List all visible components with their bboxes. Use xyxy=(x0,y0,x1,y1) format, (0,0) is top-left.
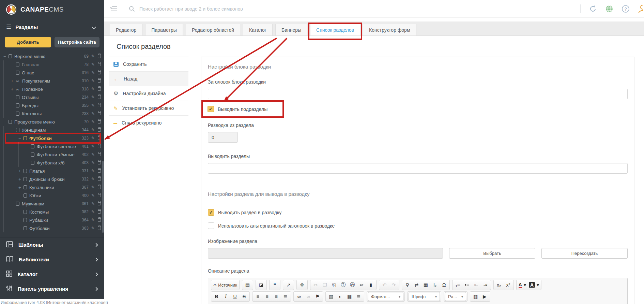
align-right-icon[interactable]: ≡ xyxy=(272,292,280,301)
clipboard-icon[interactable]: ▮ xyxy=(367,281,375,289)
edit-icon[interactable]: ✎ xyxy=(91,169,95,173)
tab-список-разделов[interactable]: Список разделов xyxy=(310,24,360,35)
sections-input[interactable] xyxy=(208,163,628,174)
paste-edit-icon[interactable]: ✑ xyxy=(357,281,366,289)
choose-button[interactable]: Выбрать xyxy=(449,248,535,259)
sidebar-section-header[interactable]: ☰ Разделы xyxy=(0,19,104,35)
trash-icon[interactable] xyxy=(98,63,101,66)
collapse-icon[interactable]: − xyxy=(18,136,24,141)
anchor-icon[interactable]: ⚑ xyxy=(313,292,322,301)
edit-icon[interactable]: ✎ xyxy=(91,103,95,108)
expand-icon[interactable]: + xyxy=(11,87,16,92)
menu-item-сохранить[interactable]: Сохранить xyxy=(109,57,188,72)
sidebar-item-панель-управления[interactable]: Панель управления xyxy=(0,281,104,296)
subsections-checkbox[interactable]: ✓ xyxy=(208,106,214,112)
chevron-right-icon[interactable] xyxy=(94,258,98,261)
tree-item[interactable]: Бренды355✎ xyxy=(0,101,104,110)
edit-icon[interactable]: ✎ xyxy=(91,136,95,141)
trash-icon[interactable] xyxy=(98,79,101,83)
sidebar-item-шаблоны[interactable]: Шаблоны xyxy=(0,237,104,252)
trash-icon[interactable] xyxy=(98,194,101,197)
table-icon[interactable]: ▦ xyxy=(345,292,354,301)
trash-icon[interactable] xyxy=(98,145,101,148)
edit-icon[interactable]: ✎ xyxy=(91,144,95,149)
chevron-right-icon[interactable] xyxy=(94,272,98,276)
edit-icon[interactable]: ✎ xyxy=(91,226,95,231)
flash-icon[interactable]: ◐ xyxy=(336,292,344,301)
underline-icon[interactable]: U xyxy=(231,292,239,301)
font-dropdown[interactable]: Шрифт▾ xyxy=(409,292,440,301)
edit-icon[interactable]: ✎ xyxy=(91,87,95,91)
trash-icon[interactable] xyxy=(98,55,101,58)
paste-word-icon[interactable]: Ⓦ xyxy=(348,281,357,289)
subscript-icon[interactable]: x₂ xyxy=(495,281,503,289)
expand-icon[interactable]: + xyxy=(11,78,16,84)
select-all-icon[interactable]: ▦ xyxy=(421,281,430,289)
edit-icon[interactable]: ✎ xyxy=(91,54,95,59)
tree-item[interactable]: Футболки363✎ xyxy=(0,224,104,232)
film-icon[interactable]: ▥ xyxy=(471,292,480,301)
edit-icon[interactable]: ✎ xyxy=(91,128,95,132)
hr-icon[interactable]: ≣ xyxy=(354,292,363,301)
trash-icon[interactable] xyxy=(98,120,101,124)
trash-icon[interactable] xyxy=(98,227,101,230)
tree-item[interactable]: +∞Покупателям310✎ xyxy=(0,77,104,85)
user-icon[interactable] xyxy=(638,4,643,13)
numbered-list-icon[interactable]: ₁≡ xyxy=(454,281,462,289)
open-window-icon[interactable]: ↗ xyxy=(284,281,293,289)
collapse-icon[interactable]: − xyxy=(11,201,16,206)
trash-icon[interactable] xyxy=(98,210,101,214)
search-input[interactable] xyxy=(139,6,303,12)
expand-icon[interactable]: + xyxy=(18,185,24,190)
tree-item[interactable]: Отзывы234✎ xyxy=(0,93,104,101)
link-icon[interactable]: ∞ xyxy=(295,292,303,301)
menu-item-настройки-дизайна[interactable]: ⚙Настройки дизайна xyxy=(109,86,188,101)
tree-item[interactable]: Контакты233✎ xyxy=(0,110,104,118)
trash-icon[interactable] xyxy=(98,218,101,222)
templates-icon[interactable]: ▤ xyxy=(243,281,252,289)
tab-параметры[interactable]: Параметры xyxy=(145,24,183,35)
edit-icon[interactable]: ✎ xyxy=(91,218,95,222)
tab-редактор-областей[interactable]: Редактор областей xyxy=(186,24,240,35)
tree-item[interactable]: Футболки светлые401✎ xyxy=(0,142,104,150)
tree-item[interactable]: Футболки х/б403✎ xyxy=(0,159,104,167)
section-image-input[interactable] xyxy=(208,248,443,259)
italic-icon[interactable]: I xyxy=(221,292,230,301)
indent-icon[interactable]: ⇥ xyxy=(481,281,490,289)
source-button[interactable]: ‹›Источник xyxy=(212,281,238,289)
comment-icon[interactable]: ❝ xyxy=(271,281,279,289)
size-dropdown[interactable]: Ра...▾ xyxy=(445,292,466,301)
trash-icon[interactable] xyxy=(98,186,101,189)
trash-icon[interactable] xyxy=(98,112,101,115)
paste-text-icon[interactable]: Ⓣ xyxy=(339,281,348,289)
tree-item[interactable]: −Верхнее меню69✎ xyxy=(0,52,104,60)
trash-icon[interactable] xyxy=(98,202,101,205)
help-icon[interactable]: ? xyxy=(622,5,630,13)
align-center-icon[interactable]: ≡ xyxy=(263,292,271,301)
tree-item[interactable]: Футболки тёмные402✎ xyxy=(0,150,104,159)
tree-item[interactable]: −Футболки323✎ xyxy=(0,134,104,142)
bold-icon[interactable]: B xyxy=(212,292,221,301)
file-manager-icon[interactable]: ◪ xyxy=(257,281,265,289)
tree-item[interactable]: Рубашки364✎ xyxy=(0,216,104,224)
tree-item[interactable]: −Женщинам344✎ xyxy=(0,126,104,134)
edit-icon[interactable]: ✎ xyxy=(91,62,95,67)
tree-item[interactable]: +Платья331✎ xyxy=(0,167,104,175)
expand-icon[interactable]: + xyxy=(18,177,24,182)
edit-icon[interactable]: ✎ xyxy=(91,111,95,116)
refresh-icon[interactable] xyxy=(589,5,597,13)
find-icon[interactable]: ⚲ xyxy=(403,281,412,289)
trash-icon[interactable] xyxy=(98,96,101,99)
align-left-icon[interactable]: ≡ xyxy=(254,292,262,301)
menu-item-установить-рекурсивно[interactable]: ✎Установить рекурсивно xyxy=(109,101,188,116)
trash-icon[interactable] xyxy=(98,104,101,107)
menu-item-снять-рекурсивно[interactable]: ▬Снять рекурсивно xyxy=(109,116,188,130)
trash-icon[interactable] xyxy=(98,161,101,164)
sidebar-item-библиотеки[interactable]: Библиотеки xyxy=(0,252,104,267)
tree-item[interactable]: Юбки400✎ xyxy=(0,191,104,200)
tab-редактор[interactable]: Редактор xyxy=(110,24,142,35)
site-settings-button[interactable]: Настройка сайта xyxy=(55,37,99,47)
expand-icon[interactable]: + xyxy=(18,169,24,174)
remove-format-icon[interactable]: Iₓ xyxy=(431,281,439,289)
special-char-icon[interactable]: Ω xyxy=(440,281,448,289)
